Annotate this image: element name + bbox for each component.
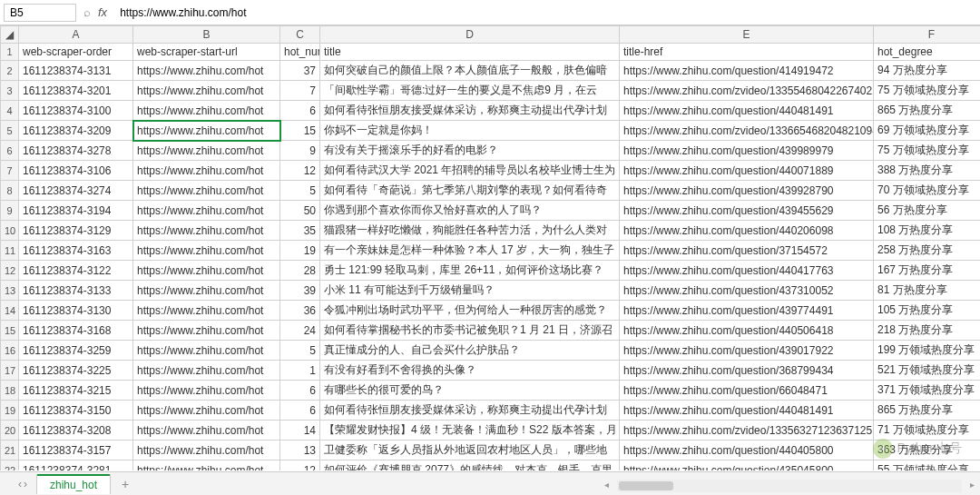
cell[interactable]: web-scraper-start-url: [133, 44, 280, 61]
row-header[interactable]: 15: [1, 321, 19, 341]
cell[interactable]: https://www.zhihu.com/hot: [133, 141, 280, 161]
cell[interactable]: 猫跟猪一样好吃懒做，狗能胜任各种苦力活，为什么人类对: [320, 221, 620, 241]
cell[interactable]: https://www.zhihu.com/zvideo/13356327123…: [620, 421, 874, 441]
cell[interactable]: 1611238374-3194: [19, 201, 133, 221]
row-header[interactable]: 21: [1, 441, 19, 460]
cell[interactable]: 1611238374-3208: [19, 421, 133, 441]
row-header[interactable]: 4: [1, 101, 19, 121]
cell[interactable]: 258 万热度分享: [874, 241, 981, 261]
cell[interactable]: hot_degree: [874, 44, 981, 61]
row-header[interactable]: 9: [1, 201, 19, 221]
cell[interactable]: https://www.zhihu.com/hot: [133, 201, 280, 221]
cell[interactable]: https://www.zhihu.com/hot: [133, 361, 280, 381]
cell[interactable]: https://www.zhihu.com/hot: [133, 321, 280, 341]
cell[interactable]: 363 万热度分享: [874, 441, 981, 460]
cell[interactable]: 1611238374-3259: [19, 341, 133, 361]
cell[interactable]: 28: [280, 261, 320, 281]
cell[interactable]: 521 万领域热度分享: [874, 361, 981, 381]
cell[interactable]: 108 万热度分享: [874, 221, 981, 241]
spreadsheet-grid[interactable]: ◢ A B C D E F 1web-scraper-orderweb-scra…: [0, 25, 980, 470]
cell[interactable]: https://www.zhihu.com/hot: [133, 121, 280, 141]
chevron-left-icon[interactable]: ‹: [18, 478, 22, 490]
row-header[interactable]: 16: [1, 341, 19, 361]
cell[interactable]: 1611238374-3106: [19, 161, 133, 181]
cell[interactable]: https://www.zhihu.com/question/414919472: [620, 61, 874, 81]
cell[interactable]: 【荣耀发财快报】4 级！无装备！满血秒！S22 版本答案，月: [320, 421, 620, 441]
cell[interactable]: https://www.zhihu.com/question/440481491: [620, 101, 874, 121]
cell[interactable]: 1611238374-3281: [19, 460, 133, 471]
cell[interactable]: https://www.zhihu.com/hot: [133, 401, 280, 421]
cell[interactable]: https://www.zhihu.com/zvideo/13355468042…: [620, 81, 874, 101]
cell[interactable]: 12: [280, 161, 320, 181]
cell[interactable]: https://www.zhihu.com/hot: [133, 441, 280, 460]
cell[interactable]: 865 万热度分享: [874, 401, 981, 421]
cell[interactable]: https://www.zhihu.com/hot: [133, 181, 280, 201]
cell[interactable]: 105 万热度分享: [874, 301, 981, 321]
cell[interactable]: 7: [280, 81, 320, 101]
cell[interactable]: 56 万热度分享: [874, 201, 981, 221]
cell[interactable]: 6: [280, 101, 320, 121]
cell[interactable]: https://www.zhihu.com/question/439989979: [620, 141, 874, 161]
select-all-corner[interactable]: ◢: [1, 26, 19, 44]
cell[interactable]: 卫健委称「返乡人员指从外地返回农村地区人员」，哪些地: [320, 441, 620, 460]
cell[interactable]: 9: [280, 141, 320, 161]
cell[interactable]: 1611238374-3278: [19, 141, 133, 161]
cell[interactable]: 19: [280, 241, 320, 261]
cell[interactable]: 如何评价《赛博朋克 2077》的感情线，对杰克、银手、克里: [320, 460, 620, 471]
cell[interactable]: 1611238374-3100: [19, 101, 133, 121]
cell[interactable]: 6: [280, 381, 320, 401]
cell[interactable]: https://www.zhihu.com/question/440071889: [620, 161, 874, 181]
row-header[interactable]: 22: [1, 460, 19, 471]
cell[interactable]: 如何看待武汉大学 2021 年招聘的辅导员以名校毕业博士生为: [320, 161, 620, 181]
cell[interactable]: 5: [280, 181, 320, 201]
cell[interactable]: https://www.zhihu.com/question/440481491: [620, 401, 874, 421]
cell[interactable]: 50: [280, 201, 320, 221]
cell[interactable]: 865 万热度分享: [874, 101, 981, 121]
cell[interactable]: https://www.zhihu.com/question/440405800: [620, 441, 874, 460]
add-sheet-button[interactable]: +: [114, 477, 136, 491]
cell[interactable]: 如何看待「奇葩说」第七季第八期刘擎的表现？如何看待奇: [320, 181, 620, 201]
cell[interactable]: 如何看待张恒朋友接受媒体采访，称郑爽主动提出代孕计划: [320, 401, 620, 421]
cell[interactable]: 1611238374-3274: [19, 181, 133, 201]
cell[interactable]: 小米 11 有可能达到千万级销量吗？: [320, 281, 620, 301]
cell[interactable]: https://www.zhihu.com/hot: [133, 301, 280, 321]
cell[interactable]: 218 万热度分享: [874, 321, 981, 341]
cell[interactable]: 你遇到那个喜欢你而你又恰好喜欢的人了吗？: [320, 201, 620, 221]
cell[interactable]: 35: [280, 221, 320, 241]
cell[interactable]: 81 万热度分享: [874, 281, 981, 301]
cell[interactable]: 勇士 121:99 轻取马刺，库里 26+11，如何评价这场比赛？: [320, 261, 620, 281]
row-header[interactable]: 20: [1, 421, 19, 441]
cell[interactable]: https://www.zhihu.com/question/439928790: [620, 181, 874, 201]
row-header[interactable]: 13: [1, 281, 19, 301]
cell[interactable]: 55 万领域热度分享: [874, 460, 981, 471]
cell[interactable]: 如何看待掌掴秘书长的市委书记被免职？1 月 21 日，济源召: [320, 321, 620, 341]
cell[interactable]: 37: [280, 61, 320, 81]
cell[interactable]: https://www.zhihu.com/hot: [133, 101, 280, 121]
cell[interactable]: 1611238374-3130: [19, 301, 133, 321]
col-header-f[interactable]: F: [874, 26, 981, 44]
row-header[interactable]: 8: [1, 181, 19, 201]
row-header[interactable]: 2: [1, 61, 19, 81]
cell[interactable]: title-href: [620, 44, 874, 61]
formula-input[interactable]: [114, 5, 976, 21]
cell[interactable]: https://www.zhihu.com/question/439774491: [620, 301, 874, 321]
tab-nav-arrows[interactable]: ‹ ›: [18, 478, 27, 490]
cell[interactable]: 1611238374-3215: [19, 381, 133, 401]
cell[interactable]: https://www.zhihu.com/hot: [133, 460, 280, 471]
col-header-d[interactable]: D: [320, 26, 620, 44]
fx-icon[interactable]: fx: [98, 5, 107, 19]
cell[interactable]: 1: [280, 361, 320, 381]
row-header[interactable]: 14: [1, 301, 19, 321]
row-header[interactable]: 3: [1, 81, 19, 101]
row-header[interactable]: 6: [1, 141, 19, 161]
row-header[interactable]: 7: [1, 161, 19, 181]
cell[interactable]: 真正懂成分的人、自己会买什么护肤品？: [320, 341, 620, 361]
cell[interactable]: 1611238374-3150: [19, 401, 133, 421]
scrollbar-thumb[interactable]: [619, 481, 673, 490]
cell[interactable]: 有一个亲妹妹是怎样一种体验？本人 17 岁，大一狗，独生子: [320, 241, 620, 261]
col-header-c[interactable]: C: [280, 26, 320, 44]
cell[interactable]: 1611238374-3168: [19, 321, 133, 341]
cell[interactable]: 71 万领域热度分享: [874, 421, 981, 441]
cell[interactable]: 1611238374-3209: [19, 121, 133, 141]
sheet-tab-active[interactable]: zhihu_hot: [36, 474, 111, 494]
